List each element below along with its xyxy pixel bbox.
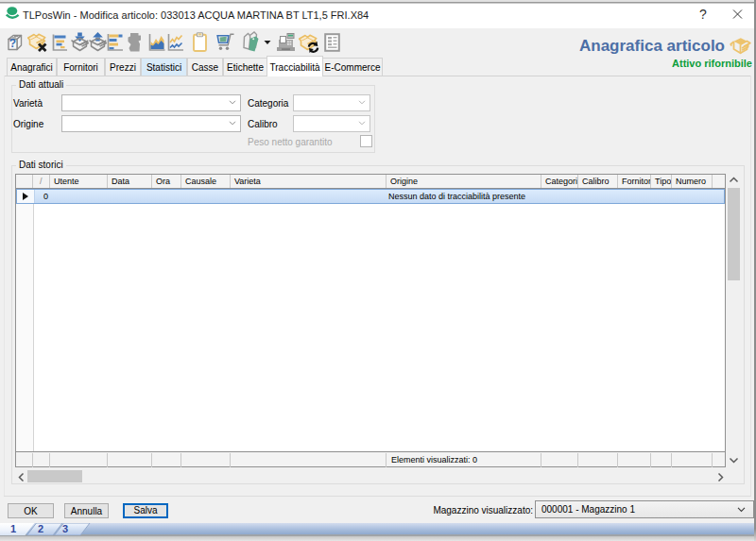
svg-text:?: ? <box>9 37 16 50</box>
svg-text:?: ? <box>699 7 707 22</box>
